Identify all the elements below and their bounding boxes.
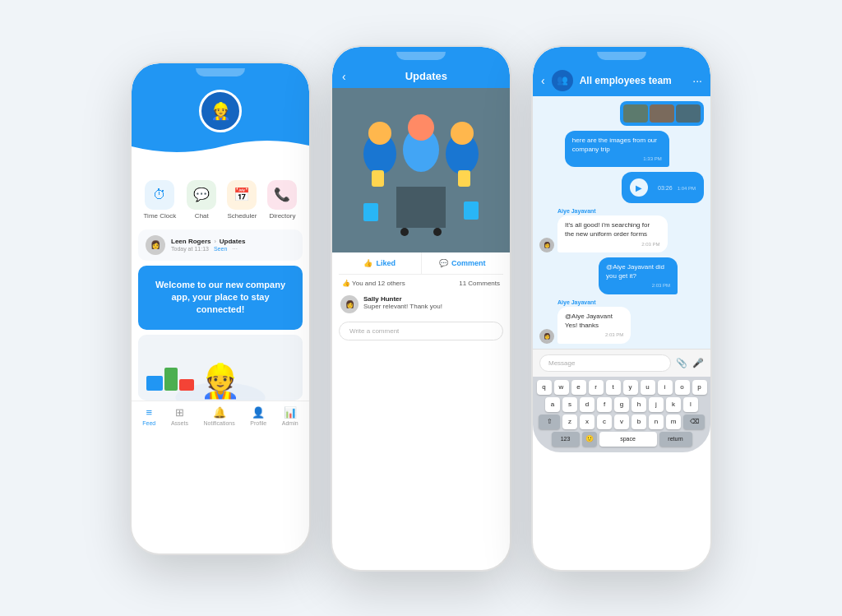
p2-comment-button[interactable]: 💬 Comment bbox=[421, 252, 504, 274]
p2-liked-button[interactable]: 👍 Liked bbox=[339, 252, 421, 274]
msg1-time: 2:03 PM bbox=[565, 241, 660, 248]
key-d[interactable]: d bbox=[580, 397, 594, 412]
key-u[interactable]: u bbox=[641, 380, 655, 395]
key-m[interactable]: m bbox=[666, 415, 681, 429]
aiye-avatar-1: 👩 bbox=[539, 238, 554, 252]
key-a[interactable]: a bbox=[545, 397, 560, 412]
p2-video-player[interactable]: ▶ bbox=[332, 88, 510, 252]
key-b[interactable]: b bbox=[632, 415, 646, 429]
p1-nav-notifications[interactable]: 🔔 Notifications bbox=[204, 406, 235, 426]
notch bbox=[597, 52, 646, 60]
key-g[interactable]: g bbox=[614, 397, 629, 412]
attach-icon[interactable]: 📎 bbox=[676, 358, 687, 368]
key-z[interactable]: z bbox=[562, 415, 577, 429]
p1-feed-time: Today at 11:13 bbox=[171, 246, 209, 252]
write-comment-placeholder: Write a comment bbox=[349, 327, 399, 335]
key-v[interactable]: v bbox=[614, 415, 629, 429]
audio-play-button[interactable]: ▶ bbox=[630, 178, 648, 197]
p1-nav-profile[interactable]: 👤 Profile bbox=[250, 406, 266, 426]
key-o[interactable]: o bbox=[675, 380, 690, 395]
p3-message-bar: Message 📎 🎤 bbox=[533, 349, 710, 377]
chat-thumb-1 bbox=[623, 104, 648, 123]
svg-point-13 bbox=[400, 228, 409, 236]
aiye-name-2: Aiye Jayavant bbox=[557, 299, 655, 305]
p3-more-button[interactable]: ··· bbox=[692, 74, 702, 87]
key-k[interactable]: k bbox=[666, 397, 681, 412]
mic-icon[interactable]: 🎤 bbox=[692, 358, 704, 368]
p2-title: Updates bbox=[353, 70, 500, 82]
key-i[interactable]: i bbox=[658, 380, 673, 395]
p2-back-button[interactable]: ‹ bbox=[342, 70, 346, 83]
p1-directory[interactable]: 📞 Directory bbox=[267, 180, 297, 220]
aiye-name-1: Aiye Jayavant bbox=[557, 208, 704, 214]
notifications-icon: 🔔 bbox=[213, 406, 226, 419]
key-123[interactable]: 123 bbox=[552, 432, 580, 447]
svg-point-10 bbox=[408, 114, 434, 141]
key-s[interactable]: s bbox=[562, 397, 577, 412]
key-emoji[interactable]: 🙂 bbox=[582, 432, 597, 447]
key-f[interactable]: f bbox=[597, 397, 612, 412]
timeclock-icon: ⏱ bbox=[145, 180, 174, 210]
p1-scheduler[interactable]: 📅 Scheduler bbox=[227, 180, 257, 220]
p1-user-avatar: 👷 bbox=[199, 90, 242, 132]
key-delete[interactable]: ⌫ bbox=[683, 415, 705, 429]
phone-3: ‹ 👥 All employees team ··· here are the … bbox=[531, 45, 712, 572]
profile-icon: 👤 bbox=[252, 406, 265, 419]
p1-worker-image: 👷 bbox=[138, 335, 303, 401]
key-t[interactable]: t bbox=[606, 380, 621, 395]
chat-thumb-3 bbox=[676, 104, 701, 123]
key-x[interactable]: x bbox=[580, 415, 594, 429]
key-space[interactable]: space bbox=[599, 432, 657, 447]
received-bubble-1: It's all good! i'm searching for the new… bbox=[557, 215, 668, 252]
received-bubble-3: @Aiye Jayavant Yes! thanks 2:03 PM bbox=[557, 307, 631, 344]
admin-icon: 📊 bbox=[284, 406, 297, 419]
p1-notch-bar bbox=[132, 63, 309, 81]
svg-rect-15 bbox=[363, 203, 378, 221]
nav-profile-label: Profile bbox=[250, 420, 266, 426]
svg-point-14 bbox=[433, 228, 442, 236]
aiye-avatar-2: 👩 bbox=[539, 329, 554, 344]
p3-sent-message-2: @Aiye Jayavant did you get it? 2:03 PM bbox=[599, 257, 704, 294]
p2-comment-item: 👩 Sally Hunter Super relevant! Thank you… bbox=[332, 292, 510, 317]
svg-rect-12 bbox=[396, 187, 446, 228]
p1-nav-feed[interactable]: ≡ Feed bbox=[142, 406, 155, 426]
key-return[interactable]: return bbox=[659, 432, 692, 447]
p3-message-input[interactable]: Message bbox=[539, 354, 671, 372]
p1-nav-admin[interactable]: 📊 Admin bbox=[282, 406, 298, 426]
scheduler-icon: 📅 bbox=[227, 180, 257, 210]
key-shift[interactable]: ⇧ bbox=[539, 415, 560, 429]
p1-feed-avatar: 👩 bbox=[146, 235, 165, 255]
scheduler-label: Scheduler bbox=[227, 212, 257, 220]
p1-bottom-nav: ≡ Feed ⊞ Assets 🔔 Notifications 👤 Profil… bbox=[132, 401, 309, 433]
p3-audio-message[interactable]: ▶ 03:26 1:04 PM bbox=[622, 172, 704, 203]
key-w[interactable]: w bbox=[554, 380, 569, 395]
svg-rect-16 bbox=[464, 201, 479, 220]
sent-bubble-2: @Aiye Jayavant did you get it? 2:03 PM bbox=[599, 257, 678, 294]
commenter-name: Sally Hunter bbox=[363, 295, 442, 303]
key-j[interactable]: j bbox=[649, 397, 664, 412]
p1-chat[interactable]: 💬 Chat bbox=[187, 180, 216, 220]
p3-header: ‹ 👥 All employees team ··· bbox=[533, 65, 710, 96]
commenter-avatar: 👩 bbox=[340, 295, 359, 313]
svg-rect-3 bbox=[164, 368, 178, 391]
p1-nav-assets[interactable]: ⊞ Assets bbox=[171, 406, 188, 426]
comments-count: 11 Comments bbox=[459, 280, 500, 287]
key-l[interactable]: l bbox=[683, 397, 698, 412]
p2-write-comment-input[interactable]: Write a comment bbox=[339, 322, 503, 340]
key-h[interactable]: h bbox=[632, 397, 646, 412]
p2-notch-bar bbox=[332, 47, 510, 65]
key-q[interactable]: q bbox=[537, 380, 552, 395]
kb-row-1: q w e r t y u i o p bbox=[535, 380, 708, 395]
key-r[interactable]: r bbox=[589, 380, 604, 395]
key-y[interactable]: y bbox=[623, 380, 638, 395]
key-c[interactable]: c bbox=[597, 415, 612, 429]
p1-feed-seen: Seen bbox=[214, 246, 227, 252]
chat-label: Chat bbox=[195, 212, 209, 220]
key-e[interactable]: e bbox=[571, 380, 586, 395]
p1-timeclock[interactable]: ⏱ Time Clock bbox=[144, 180, 177, 220]
p1-feed-notification[interactable]: 👩 Leen Rogers › Updates Today at 11:13 S… bbox=[138, 229, 303, 261]
p3-back-button[interactable]: ‹ bbox=[541, 74, 545, 87]
p1-feed-target: Updates bbox=[220, 238, 246, 245]
key-p[interactable]: p bbox=[692, 380, 707, 395]
key-n[interactable]: n bbox=[649, 415, 664, 429]
